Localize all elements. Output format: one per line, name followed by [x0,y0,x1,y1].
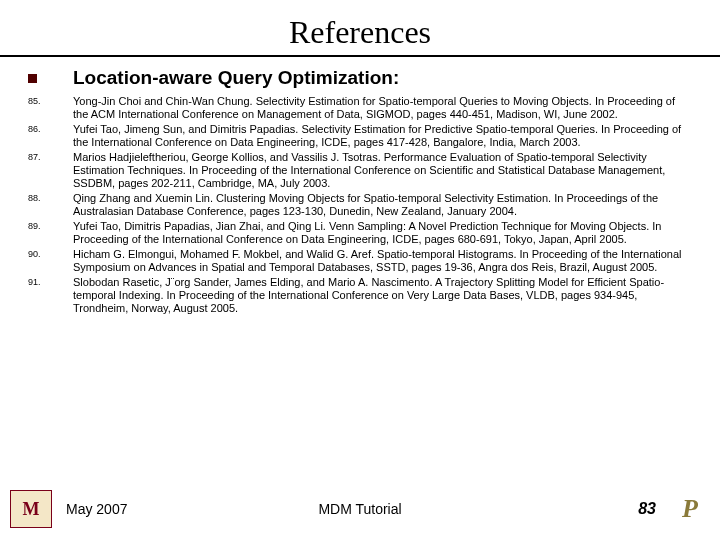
purdue-logo-icon: P [670,489,710,529]
footer: M May 2007 MDM Tutorial 83 P [0,484,720,540]
ref-number: 89. [28,220,73,231]
section-heading: Location-aware Query Optimization: [73,67,399,89]
list-item: 86. Yufei Tao, Jimeng Sun, and Dimitris … [28,123,692,149]
ref-number: 85. [28,95,73,106]
ref-number: 88. [28,192,73,203]
footer-right: 83 P [638,489,710,529]
ref-text: Hicham G. Elmongui, Mohamed F. Mokbel, a… [73,248,692,274]
references-list: 85. Yong-Jin Choi and Chin-Wan Chung. Se… [0,95,720,315]
ref-text: Yufei Tao, Jimeng Sun, and Dimitris Papa… [73,123,692,149]
list-item: 90. Hicham G. Elmongui, Mohamed F. Mokbe… [28,248,692,274]
ref-text: Marios Hadjieleftheriou, George Kollios,… [73,151,692,190]
section-row: Location-aware Query Optimization: [0,67,720,95]
footer-center-label: MDM Tutorial [318,501,401,517]
ref-text: Yufei Tao, Dimitris Papadias, Jian Zhai,… [73,220,692,246]
ref-number: 87. [28,151,73,162]
title-divider [0,55,720,57]
bullet-icon [28,74,37,83]
footer-date: May 2007 [66,501,127,517]
list-item: 87. Marios Hadjieleftheriou, George Koll… [28,151,692,190]
page-title: References [0,0,720,55]
ref-text: Yong-Jin Choi and Chin-Wan Chung. Select… [73,95,692,121]
page-number: 83 [638,500,656,518]
footer-left: M May 2007 [10,490,127,528]
ref-number: 91. [28,276,73,287]
ref-text: Slobodan Rasetic, J¨org Sander, James El… [73,276,692,315]
university-logo-icon: M [10,490,52,528]
ref-number: 90. [28,248,73,259]
list-item: 91. Slobodan Rasetic, J¨org Sander, Jame… [28,276,692,315]
list-item: 88. Qing Zhang and Xuemin Lin. Clusterin… [28,192,692,218]
slide: References Location-aware Query Optimiza… [0,0,720,540]
ref-number: 86. [28,123,73,134]
list-item: 89. Yufei Tao, Dimitris Papadias, Jian Z… [28,220,692,246]
ref-text: Qing Zhang and Xuemin Lin. Clustering Mo… [73,192,692,218]
list-item: 85. Yong-Jin Choi and Chin-Wan Chung. Se… [28,95,692,121]
